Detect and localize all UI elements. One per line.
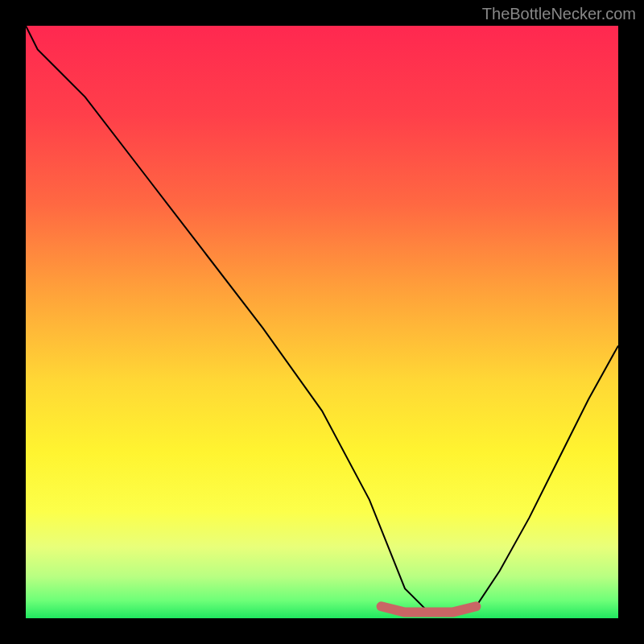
chart-container — [26, 26, 618, 618]
highlight-curve — [382, 606, 477, 612]
watermark-text: TheBottleNecker.com — [482, 5, 636, 23]
highlight-segment — [26, 26, 618, 618]
